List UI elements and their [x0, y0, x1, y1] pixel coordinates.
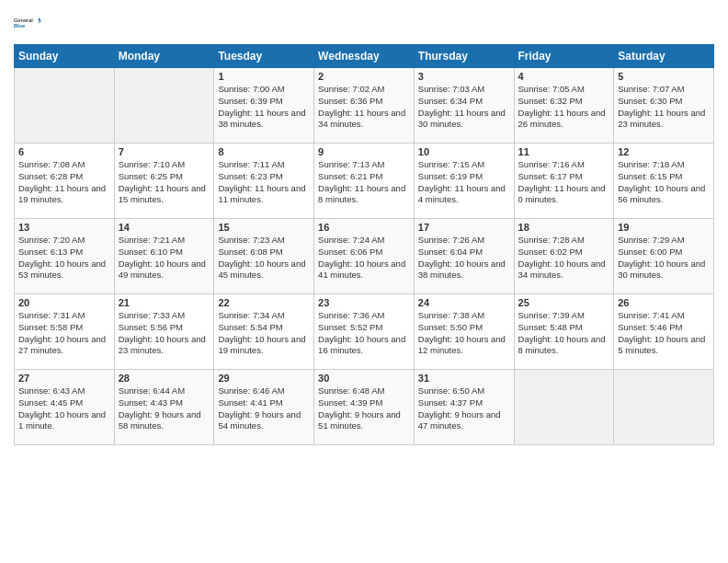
- svg-marker-2: [39, 17, 41, 21]
- week-row-3: 20Sunrise: 7:31 AM Sunset: 5:58 PM Dayli…: [15, 294, 714, 370]
- day-info: Sunrise: 7:33 AM Sunset: 5:56 PM Dayligh…: [119, 310, 210, 357]
- day-info: Sunrise: 6:50 AM Sunset: 4:37 PM Dayligh…: [418, 385, 510, 432]
- calendar-body: 1Sunrise: 7:00 AM Sunset: 6:39 PM Daylig…: [15, 68, 714, 445]
- svg-text:Blue: Blue: [14, 23, 25, 29]
- calendar-cell: 11Sunrise: 7:16 AM Sunset: 6:17 PM Dayli…: [514, 144, 614, 219]
- calendar-cell: [514, 370, 614, 445]
- week-row-2: 13Sunrise: 7:20 AM Sunset: 6:13 PM Dayli…: [15, 219, 714, 294]
- week-row-1: 6Sunrise: 7:08 AM Sunset: 6:28 PM Daylig…: [15, 144, 714, 219]
- calendar-cell: 18Sunrise: 7:28 AM Sunset: 6:02 PM Dayli…: [514, 219, 614, 294]
- day-number: 3: [418, 71, 510, 82]
- day-info: Sunrise: 7:16 AM Sunset: 6:17 PM Dayligh…: [518, 159, 610, 206]
- calendar-cell: 5Sunrise: 7:07 AM Sunset: 6:30 PM Daylig…: [614, 68, 714, 144]
- calendar-cell: 6Sunrise: 7:08 AM Sunset: 6:28 PM Daylig…: [15, 144, 115, 219]
- weekday-header-monday: Monday: [114, 45, 214, 68]
- day-number: 4: [518, 71, 610, 82]
- calendar-cell: 19Sunrise: 7:29 AM Sunset: 6:00 PM Dayli…: [614, 219, 714, 294]
- calendar-cell: 2Sunrise: 7:02 AM Sunset: 6:36 PM Daylig…: [314, 68, 415, 144]
- day-info: Sunrise: 6:43 AM Sunset: 4:45 PM Dayligh…: [18, 385, 110, 432]
- day-number: 28: [119, 373, 210, 384]
- calendar-cell: 31Sunrise: 6:50 AM Sunset: 4:37 PM Dayli…: [414, 370, 514, 445]
- calendar-cell: 8Sunrise: 7:11 AM Sunset: 6:23 PM Daylig…: [214, 144, 314, 219]
- day-number: 29: [218, 373, 310, 384]
- weekday-header-sunday: Sunday: [15, 45, 115, 68]
- day-number: 18: [518, 222, 610, 233]
- calendar-container: General Blue SundayMondayTuesdayWednesda…: [0, 0, 728, 563]
- weekday-header-friday: Friday: [514, 45, 614, 68]
- calendar-cell: [15, 68, 115, 144]
- day-number: 6: [18, 146, 110, 157]
- calendar-cell: 24Sunrise: 7:38 AM Sunset: 5:50 PM Dayli…: [414, 294, 514, 370]
- day-info: Sunrise: 7:23 AM Sunset: 6:08 PM Dayligh…: [218, 235, 310, 282]
- calendar-cell: 20Sunrise: 7:31 AM Sunset: 5:58 PM Dayli…: [15, 294, 115, 370]
- day-number: 16: [318, 222, 410, 233]
- day-number: 19: [618, 222, 710, 233]
- calendar-cell: 22Sunrise: 7:34 AM Sunset: 5:54 PM Dayli…: [214, 294, 314, 370]
- day-number: 17: [418, 222, 510, 233]
- day-number: 31: [418, 373, 510, 384]
- logo: General Blue: [14, 9, 41, 37]
- header: General Blue: [14, 9, 714, 37]
- weekday-header-thursday: Thursday: [414, 45, 514, 68]
- day-info: Sunrise: 7:36 AM Sunset: 5:52 PM Dayligh…: [318, 310, 410, 357]
- day-info: Sunrise: 7:41 AM Sunset: 5:46 PM Dayligh…: [618, 310, 710, 357]
- day-number: 12: [618, 146, 710, 157]
- day-info: Sunrise: 7:15 AM Sunset: 6:19 PM Dayligh…: [418, 159, 510, 206]
- day-number: 21: [119, 297, 210, 308]
- svg-text:General: General: [14, 17, 33, 23]
- day-number: 11: [518, 146, 610, 157]
- week-row-4: 27Sunrise: 6:43 AM Sunset: 4:45 PM Dayli…: [15, 370, 714, 445]
- day-info: Sunrise: 7:21 AM Sunset: 6:10 PM Dayligh…: [119, 235, 210, 282]
- day-number: 30: [318, 373, 410, 384]
- weekday-header-wednesday: Wednesday: [314, 45, 415, 68]
- day-number: 25: [518, 297, 610, 308]
- calendar-cell: 9Sunrise: 7:13 AM Sunset: 6:21 PM Daylig…: [314, 144, 415, 219]
- day-number: 1: [218, 71, 310, 82]
- day-number: 8: [218, 146, 310, 157]
- day-number: 27: [18, 373, 110, 384]
- calendar-cell: 16Sunrise: 7:24 AM Sunset: 6:06 PM Dayli…: [314, 219, 415, 294]
- day-number: 10: [418, 146, 510, 157]
- day-info: Sunrise: 6:44 AM Sunset: 4:43 PM Dayligh…: [119, 385, 210, 432]
- calendar-cell: [614, 370, 714, 445]
- day-info: Sunrise: 7:18 AM Sunset: 6:15 PM Dayligh…: [618, 159, 710, 206]
- day-number: 23: [318, 297, 410, 308]
- day-info: Sunrise: 7:05 AM Sunset: 6:32 PM Dayligh…: [518, 84, 610, 131]
- day-number: 20: [18, 297, 110, 308]
- day-number: 2: [318, 71, 410, 82]
- day-info: Sunrise: 7:26 AM Sunset: 6:04 PM Dayligh…: [418, 235, 510, 282]
- day-info: Sunrise: 7:28 AM Sunset: 6:02 PM Dayligh…: [518, 235, 610, 282]
- day-info: Sunrise: 7:00 AM Sunset: 6:39 PM Dayligh…: [218, 84, 310, 131]
- day-info: Sunrise: 6:46 AM Sunset: 4:41 PM Dayligh…: [218, 385, 310, 432]
- day-number: 22: [218, 297, 310, 308]
- day-number: 5: [618, 71, 710, 82]
- calendar-cell: 30Sunrise: 6:48 AM Sunset: 4:39 PM Dayli…: [314, 370, 415, 445]
- calendar-cell: 7Sunrise: 7:10 AM Sunset: 6:25 PM Daylig…: [114, 144, 214, 219]
- calendar-cell: 12Sunrise: 7:18 AM Sunset: 6:15 PM Dayli…: [614, 144, 714, 219]
- calendar-cell: [114, 68, 214, 144]
- day-number: 24: [418, 297, 510, 308]
- day-info: Sunrise: 7:02 AM Sunset: 6:36 PM Dayligh…: [318, 84, 410, 131]
- calendar-cell: 13Sunrise: 7:20 AM Sunset: 6:13 PM Dayli…: [15, 219, 115, 294]
- day-info: Sunrise: 7:31 AM Sunset: 5:58 PM Dayligh…: [18, 310, 110, 357]
- day-info: Sunrise: 7:11 AM Sunset: 6:23 PM Dayligh…: [218, 159, 310, 206]
- calendar-cell: 21Sunrise: 7:33 AM Sunset: 5:56 PM Dayli…: [114, 294, 214, 370]
- calendar-cell: 28Sunrise: 6:44 AM Sunset: 4:43 PM Dayli…: [114, 370, 214, 445]
- weekday-header-tuesday: Tuesday: [214, 45, 314, 68]
- calendar-cell: 17Sunrise: 7:26 AM Sunset: 6:04 PM Dayli…: [414, 219, 514, 294]
- day-number: 26: [618, 297, 710, 308]
- weekday-header-saturday: Saturday: [614, 45, 714, 68]
- day-number: 14: [119, 222, 210, 233]
- calendar-cell: 14Sunrise: 7:21 AM Sunset: 6:10 PM Dayli…: [114, 219, 214, 294]
- calendar-header: SundayMondayTuesdayWednesdayThursdayFrid…: [15, 45, 714, 68]
- calendar-table: SundayMondayTuesdayWednesdayThursdayFrid…: [14, 44, 714, 445]
- svg-marker-3: [39, 21, 41, 25]
- day-info: Sunrise: 6:48 AM Sunset: 4:39 PM Dayligh…: [318, 385, 410, 432]
- week-row-0: 1Sunrise: 7:00 AM Sunset: 6:39 PM Daylig…: [15, 68, 714, 144]
- calendar-cell: 23Sunrise: 7:36 AM Sunset: 5:52 PM Dayli…: [314, 294, 415, 370]
- day-info: Sunrise: 7:10 AM Sunset: 6:25 PM Dayligh…: [119, 159, 210, 206]
- day-number: 9: [318, 146, 410, 157]
- day-info: Sunrise: 7:24 AM Sunset: 6:06 PM Dayligh…: [318, 235, 410, 282]
- calendar-cell: 10Sunrise: 7:15 AM Sunset: 6:19 PM Dayli…: [414, 144, 514, 219]
- calendar-cell: 26Sunrise: 7:41 AM Sunset: 5:46 PM Dayli…: [614, 294, 714, 370]
